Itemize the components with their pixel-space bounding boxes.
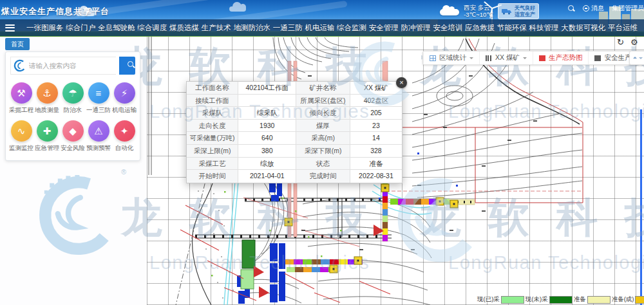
toolbar-item-label: XX 煤矿 [495, 53, 520, 62]
nav-item[interactable]: 应急救援 [465, 23, 495, 33]
field-label: 采高(m) [296, 132, 350, 145]
nav-item[interactable]: 综合监测 [337, 23, 366, 33]
app-label: 安全风险 [61, 144, 85, 152]
app-label: 机电运输 [112, 106, 137, 115]
badge-line1: 天气良好 [515, 5, 535, 12]
search-box[interactable] [10, 57, 116, 75]
field-label: 所属采区(盘区) [296, 95, 350, 107]
nav-item[interactable]: 生产技术 [202, 23, 231, 33]
nav-item[interactable]: 综合门户 [66, 23, 95, 33]
field-value: 综放 [238, 158, 296, 171]
toolbar-item-icon [594, 55, 601, 61]
app-label: 监测监控 [9, 144, 33, 152]
field-label: 接续工作面 [187, 95, 238, 107]
field-label: 采煤队 [187, 107, 238, 120]
app-icon: ⚠ [88, 120, 109, 142]
nav-item[interactable]: 全息驾驶舱 [98, 23, 135, 33]
chevron-down-icon [523, 57, 527, 61]
field-value: 综采队 [238, 107, 296, 120]
toolbar-item[interactable]: 生产态势图 [533, 51, 589, 64]
app-icon: ✚ [37, 120, 58, 142]
launcher-app[interactable]: ⚓ 地质测量 [34, 82, 60, 115]
app-label: 防治水 [64, 106, 82, 115]
app-icon: ⚓ [37, 82, 58, 104]
field-label: 状态 [296, 158, 350, 171]
nav-item[interactable]: 防冲管理 [401, 23, 431, 33]
nav-item[interactable]: 一通三防 [273, 23, 303, 33]
field-label: 煤厚 [296, 120, 350, 133]
legend-label: 现(已)采 [477, 295, 500, 304]
workface-info-popup: 工作面名称 402104工作面 矿井名称 XX 煤矿 接续工作面 所属采区(盘区… [186, 81, 402, 183]
table-row: 开始时间 2021-04-01 完成时间 2022-08-31 [187, 170, 402, 183]
launcher-app[interactable]: ⚠ 预测预警 [86, 120, 111, 152]
field-label: 矿井名称 [296, 82, 350, 95]
gear-icon[interactable]: ⚙ [630, 38, 638, 47]
toolbar-item[interactable]: XX 煤矿 [479, 51, 533, 64]
table-row: 可采储量(万吨) 640 采高(m) 14 [187, 132, 402, 145]
legend-label: 准备(成) [612, 295, 634, 304]
app-icon: ✦ [114, 120, 135, 142]
search-icon[interactable] [568, 5, 575, 12]
launcher-app[interactable]: ⚡ 机电运输 [111, 82, 137, 115]
field-label: 倾向长度 [296, 107, 350, 120]
toolbar-item-icon [486, 55, 492, 61]
map-toolbar: 区域统计 XX 煤矿 生产态势图 安全生产态势图 [422, 51, 644, 65]
nav-item[interactable]: 安全管理 [369, 23, 399, 33]
nav-item[interactable]: 安全培训 [433, 23, 462, 33]
nav-item[interactable]: 节能环保 [497, 23, 527, 33]
weather-text: 西安 多云 -3℃~10℃ [464, 4, 493, 18]
map-boundary-line [640, 109, 642, 305]
nav-items: 一张图服务综合门户全息驾驶舱综合调度煤质选煤生产技术地测防治水一通三防机电运输综… [26, 23, 638, 33]
launcher-app[interactable]: ☂ 防治水 [60, 82, 86, 115]
badge-line2: 适宜生产 [515, 12, 535, 18]
launcher-app[interactable]: ∿ 监测监控 [8, 120, 34, 152]
nav-item[interactable]: 大数据可视化 [561, 23, 605, 33]
launcher-app[interactable]: ≡ 一通三防 [86, 82, 111, 115]
app-icon: ≡ [88, 82, 109, 104]
app-label: 应急管理 [35, 144, 59, 152]
field-value: 2022-08-31 [350, 170, 402, 183]
app-icon: ⚡ [114, 82, 135, 104]
field-label: 采煤工艺 [187, 158, 238, 171]
nav-item[interactable]: 地测防治水 [233, 23, 270, 33]
field-value [238, 95, 296, 107]
weather-cloud-icon [440, 9, 459, 15]
field-value: XX 煤矿 [350, 82, 402, 95]
longruan-logo-icon [14, 59, 26, 72]
launcher-app[interactable]: ✚ 应急管理 [34, 120, 60, 152]
hamburger-menu-icon[interactable] [5, 24, 15, 32]
field-label: 完成时间 [296, 170, 350, 183]
legend-swatch [501, 296, 524, 304]
user-account[interactable]: 集团管理员 [612, 4, 644, 13]
nav-item[interactable]: 一张图服务 [26, 23, 64, 33]
legend-item: 现(未)采 [526, 295, 574, 304]
chevron-up-icon [633, 55, 637, 59]
tab-home[interactable]: 首页 [5, 38, 30, 50]
nav-item[interactable]: 科技管理 [529, 23, 559, 33]
weather-temp: -3℃~10℃ [464, 11, 493, 18]
weather-cluster: 西安 多云 -3℃~10℃ 天气良好 适宜生产 [440, 2, 539, 19]
close-icon[interactable]: × [396, 77, 407, 88]
nav-item[interactable]: 平台运维 [608, 23, 638, 33]
app-launcher-panel: ⚒ 采掘工程 ⚓ 地质测量 ☂ 防治水 ≡ 一通三防 [5, 51, 140, 161]
search-input[interactable] [29, 62, 116, 69]
nav-item[interactable]: 煤质选煤 [169, 23, 199, 33]
field-value: 402盘区 [350, 95, 402, 107]
launcher-app[interactable]: ⚒ 采掘工程 [8, 82, 34, 115]
legend-item: 现(已)采 [477, 295, 526, 304]
search-button[interactable] [119, 57, 135, 75]
nav-item[interactable]: 机电运输 [305, 23, 334, 33]
collapse-button[interactable] [629, 51, 644, 65]
messages-button[interactable]: 消息 [583, 4, 604, 13]
toolbar-item[interactable]: 区域统计 [423, 51, 479, 64]
nav-item[interactable]: 综合调度 [137, 23, 167, 33]
legend-swatch [635, 296, 644, 304]
field-value: 380 [238, 145, 296, 158]
cloud [229, 6, 246, 12]
field-value: 205 [350, 107, 402, 120]
launcher-app[interactable]: ✦ 自动化 [111, 120, 137, 152]
launcher-app[interactable]: ◆ 安全风险 [60, 120, 86, 152]
field-label: 采深下限(m) [296, 145, 350, 158]
refresh-icon[interactable]: ↻ [617, 38, 624, 47]
app-label: 预测预警 [86, 144, 111, 152]
